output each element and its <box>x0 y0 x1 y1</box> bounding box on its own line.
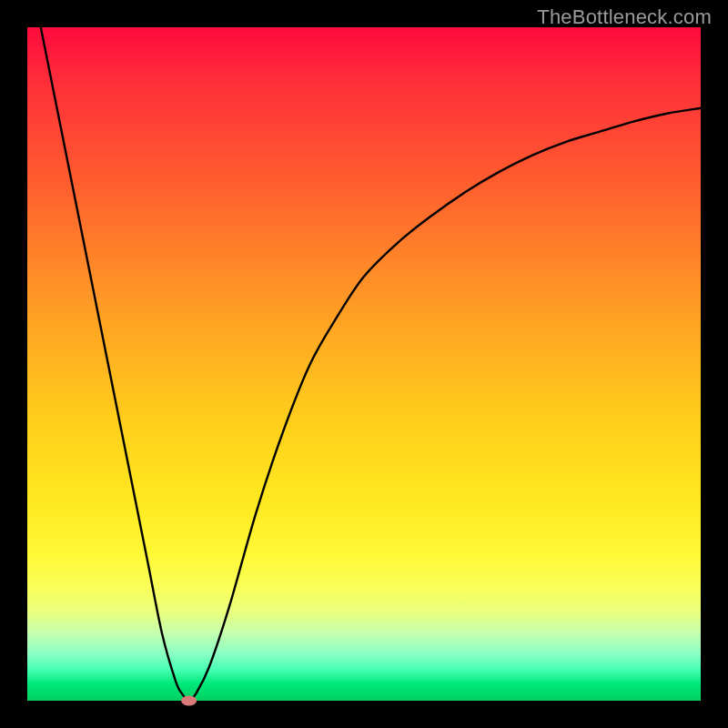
bottleneck-curve <box>41 27 701 701</box>
curve-svg <box>27 27 701 701</box>
chart-frame: TheBottleneck.com <box>0 0 728 728</box>
watermark-text: TheBottleneck.com <box>537 5 712 29</box>
minimum-marker <box>181 696 197 706</box>
plot-area <box>27 27 701 701</box>
